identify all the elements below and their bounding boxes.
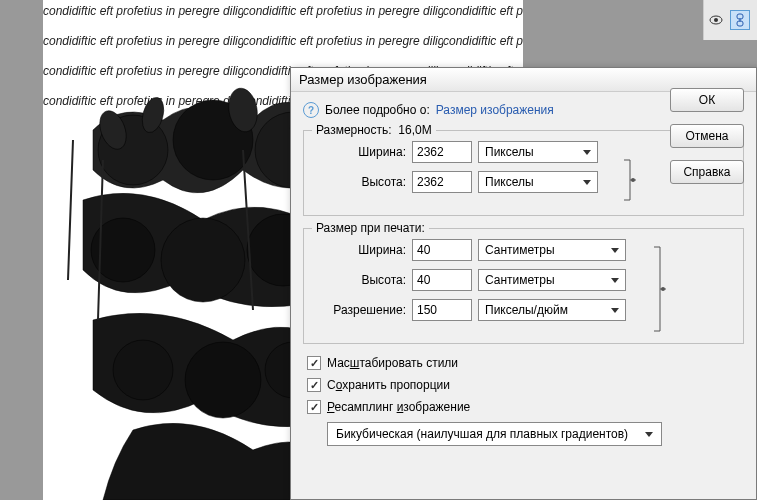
pixel-height-unit-select[interactable]: Пикселы [478,171,598,193]
print-width-unit-select[interactable]: Сантиметры [478,239,626,261]
help-text: Более подробно о: [325,103,430,117]
resolution-input[interactable] [412,299,472,321]
svg-point-6 [161,218,245,302]
scale-styles-label: Масштабировать стили [327,356,458,370]
dialog-buttons: ОК Отмена Справка [670,88,744,184]
print-height-input[interactable] [412,269,472,291]
resample-method-select[interactable]: Бикубическая (наилучшая для плавных град… [327,422,662,446]
resolution-unit-select[interactable]: Пикселы/дюйм [478,299,626,321]
scale-styles-checkbox[interactable] [307,356,321,370]
ok-button[interactable]: ОК [670,88,744,112]
resample-label: Ресамплинг изображение [327,400,470,414]
pixel-width-unit-select[interactable]: Пикселы [478,141,598,163]
width-label: Ширина: [316,145,406,159]
svg-point-21 [661,287,665,291]
print-width-input[interactable] [412,239,472,261]
print-width-label: Ширина: [316,243,406,257]
constrain-link-icon [652,243,666,335]
pixel-height-input[interactable] [412,171,472,193]
svg-point-8 [113,340,173,400]
svg-point-16 [714,18,718,22]
help-button[interactable]: Справка [670,160,744,184]
svg-point-9 [185,342,261,418]
constrain-proportions-checkbox[interactable] [307,378,321,392]
help-link[interactable]: Размер изображения [436,103,554,117]
cancel-button[interactable]: Отмена [670,124,744,148]
print-size-group: Размер при печати: Ширина: Сантиметры Вы… [303,228,744,344]
layers-panel [703,0,757,40]
help-icon[interactable]: ? [303,102,319,118]
resample-checkbox[interactable] [307,400,321,414]
constrain-label: Сохранить пропорции [327,378,450,392]
eye-icon[interactable] [708,12,724,28]
print-height-unit-select[interactable]: Сантиметры [478,269,626,291]
link-icon[interactable] [730,10,750,30]
pixel-width-input[interactable] [412,141,472,163]
svg-point-20 [631,178,635,182]
height-label: Высота: [316,175,406,189]
constrain-link-icon [622,156,636,204]
print-height-label: Высота: [316,273,406,287]
resolution-label: Разрешение: [316,303,406,317]
